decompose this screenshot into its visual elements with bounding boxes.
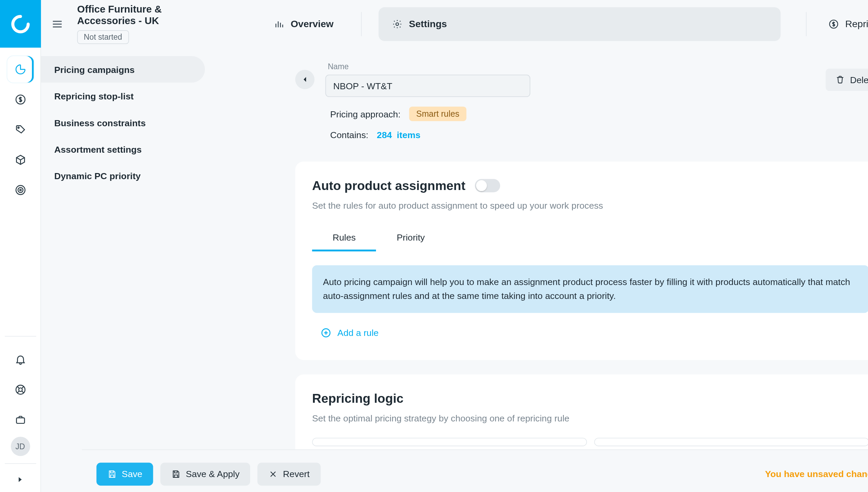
- footer: Save Save & Apply Revert You have unsave…: [82, 449, 868, 492]
- card-title: Repricing logic: [312, 391, 868, 406]
- hamburger-icon[interactable]: [51, 17, 64, 31]
- logic-option[interactable]: [312, 438, 587, 446]
- svg-rect-7: [16, 418, 24, 423]
- subnav-assortment-settings[interactable]: Assortment settings: [41, 136, 205, 162]
- tab-overview[interactable]: Overview: [263, 7, 344, 41]
- subnav-dynamic-pc-priority[interactable]: Dynamic PC priority: [41, 162, 205, 189]
- repricing-logic-card: Repricing logic Set the optimal pricing …: [295, 374, 868, 458]
- rail-collapse-icon[interactable]: [11, 474, 30, 486]
- save-label: Save: [122, 469, 142, 479]
- content: Name Delete Pricing approach: Smart rule…: [205, 48, 868, 492]
- nav-briefcase-icon[interactable]: [7, 406, 33, 433]
- add-rule-button[interactable]: Add a rule: [321, 327, 868, 338]
- svg-point-3: [18, 188, 23, 193]
- tab-settings[interactable]: Settings: [379, 7, 781, 41]
- revert-label: Revert: [283, 469, 310, 479]
- nav-repricing-icon[interactable]: [7, 86, 33, 113]
- brand-logo[interactable]: [0, 0, 41, 48]
- subnav-pricing-campaigns[interactable]: Pricing campaigns: [41, 56, 205, 82]
- save-button[interactable]: Save: [96, 462, 153, 486]
- close-icon: [269, 469, 278, 478]
- nav-analytics-icon[interactable]: [7, 56, 33, 82]
- nav-targets-icon[interactable]: [7, 177, 33, 203]
- approach-label: Pricing approach:: [330, 109, 401, 119]
- left-rail: JD: [0, 0, 41, 492]
- campaign-name-input[interactable]: [326, 75, 530, 97]
- inner-tab-priority[interactable]: Priority: [376, 226, 446, 252]
- tab-overview-label: Overview: [291, 18, 334, 29]
- contains-label: Contains:: [330, 130, 369, 140]
- repricing-link[interactable]: Repricing: [828, 18, 868, 29]
- unsaved-changes-warning: You have unsaved changes!: [765, 469, 868, 479]
- approach-badge: Smart rules: [409, 107, 467, 121]
- separator: [361, 12, 362, 36]
- nav-help-icon[interactable]: [7, 376, 33, 403]
- nav-tags-icon[interactable]: [7, 116, 33, 143]
- back-button[interactable]: [295, 70, 315, 89]
- items-link[interactable]: 284 items: [377, 130, 421, 140]
- revert-button[interactable]: Revert: [258, 462, 320, 486]
- svg-point-1: [18, 127, 19, 128]
- info-banner: Auto pricing campaign will help you to m…: [312, 265, 868, 313]
- status-badge: Not started: [77, 30, 129, 44]
- add-rule-label: Add a rule: [338, 327, 379, 338]
- logic-option[interactable]: [594, 438, 868, 446]
- avatar[interactable]: JD: [11, 437, 30, 456]
- svg-point-6: [18, 388, 22, 391]
- tab-settings-label: Settings: [409, 18, 447, 29]
- card-subtitle: Set the rules for auto product assignmen…: [312, 200, 868, 210]
- svg-point-4: [19, 189, 21, 191]
- header: Office Furniture & Accessories - UK Not …: [41, 0, 868, 48]
- auto-assignment-toggle[interactable]: [475, 179, 501, 192]
- repricing-label: Repricing: [845, 18, 868, 29]
- trash-icon: [836, 75, 845, 84]
- nav-products-icon[interactable]: [7, 147, 33, 173]
- toggle-knob: [476, 181, 487, 191]
- save-icon: [107, 469, 117, 478]
- subnav-repricing-stop-list[interactable]: Repricing stop-list: [41, 83, 205, 109]
- delete-button[interactable]: Delete: [826, 69, 868, 91]
- save-apply-label: Save & Apply: [186, 469, 240, 479]
- nav-notifications-icon[interactable]: [7, 346, 33, 373]
- svg-point-8: [396, 22, 399, 25]
- name-label: Name: [328, 62, 530, 71]
- plus-circle-icon: [321, 327, 332, 338]
- svg-point-2: [16, 186, 25, 195]
- save-icon: [171, 469, 181, 478]
- auto-assignment-card: Auto product assignment Set the rules fo…: [295, 162, 868, 360]
- page-title: Office Furniture & Accessories - UK: [77, 4, 216, 27]
- separator: [806, 12, 807, 36]
- sub-nav: Pricing campaigns Repricing stop-list Bu…: [41, 48, 205, 492]
- inner-tab-rules[interactable]: Rules: [312, 226, 376, 252]
- card-subtitle: Set the optimal pricing strategy by choo…: [312, 413, 868, 423]
- save-apply-button[interactable]: Save & Apply: [160, 462, 250, 486]
- delete-label: Delete: [850, 75, 868, 85]
- subnav-business-constraints[interactable]: Business constraints: [41, 109, 205, 136]
- card-title: Auto product assignment: [312, 178, 466, 193]
